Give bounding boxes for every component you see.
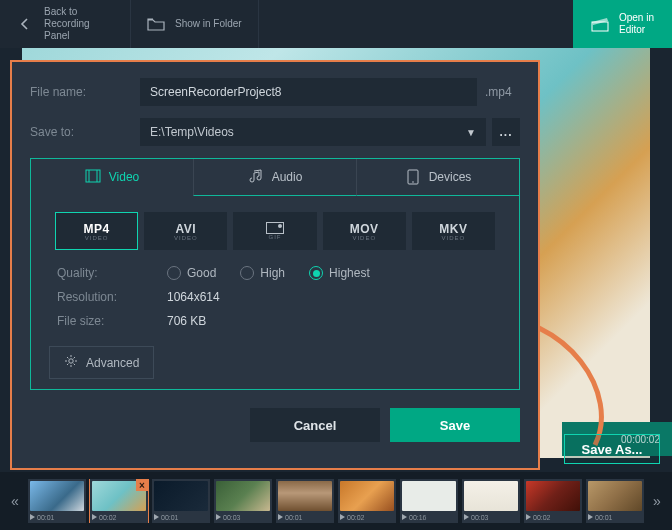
saveto-label: Save to: xyxy=(30,125,140,139)
format-mov[interactable]: MOVVIDEO xyxy=(323,212,406,250)
export-dialog: File name: .mp4 Save to: E:\Temp\Videos … xyxy=(10,60,540,470)
thumbnail-image xyxy=(464,481,518,511)
thumbnail-time: 00:01 xyxy=(37,514,55,521)
music-note-icon xyxy=(248,169,264,185)
play-icon xyxy=(588,514,593,520)
saveto-select[interactable]: E:\Temp\Videos ▼ xyxy=(140,118,486,146)
quality-label: Quality: xyxy=(57,266,167,280)
quality-high-radio[interactable]: High xyxy=(240,266,285,280)
output-tabs: Video Audio Devices xyxy=(31,159,519,196)
thumbnail-image xyxy=(588,481,642,511)
thumbnail-time: 00:16 xyxy=(409,514,427,521)
gear-icon xyxy=(64,354,78,371)
filename-input[interactable] xyxy=(140,78,477,106)
device-icon xyxy=(405,169,421,185)
tab-devices[interactable]: Devices xyxy=(356,159,519,196)
play-icon xyxy=(278,514,283,520)
thumbnail-time: 00:02 xyxy=(347,514,365,521)
thumbnail[interactable]: 00:02 xyxy=(524,479,582,523)
resolution-label: Resolution: xyxy=(57,290,167,304)
svg-point-6 xyxy=(69,359,73,363)
image-icon xyxy=(266,222,284,234)
thumbnail-image xyxy=(402,481,456,511)
show-in-folder-button[interactable]: Show in Folder xyxy=(131,0,259,48)
format-mp4[interactable]: MP4VIDEO xyxy=(55,212,138,250)
filmstrip-icon xyxy=(85,169,101,185)
quality-highest-radio[interactable]: Highest xyxy=(309,266,370,280)
filename-label: File name: xyxy=(30,85,140,99)
folder-icon xyxy=(147,15,165,33)
thumbnail-time: 00:01 xyxy=(285,514,303,521)
tab-video[interactable]: Video xyxy=(31,159,193,196)
thumbnail[interactable]: 00:03 xyxy=(462,479,520,523)
format-mkv[interactable]: MKVVIDEO xyxy=(412,212,495,250)
thumbnail-image xyxy=(526,481,580,511)
filmstrip: « 00:01×00:0200:0100:0300:0100:0200:1600… xyxy=(0,472,672,530)
thumbnail-image xyxy=(278,481,332,511)
saveto-value: E:\Temp\Videos xyxy=(150,125,234,139)
play-icon xyxy=(402,514,407,520)
thumbnail-time: 00:01 xyxy=(595,514,613,521)
thumbnail-image xyxy=(340,481,394,511)
play-icon xyxy=(340,514,345,520)
back-to-panel-button[interactable]: Back toRecording Panel xyxy=(0,0,131,48)
open-in-editor-button[interactable]: Open inEditor xyxy=(573,0,672,48)
thumbnail[interactable]: 00:16 xyxy=(400,479,458,523)
browse-button[interactable]: ... xyxy=(492,118,520,146)
format-row: MP4VIDEO AVIVIDEO GIF MOVVIDEO MKVVIDEO xyxy=(31,196,519,258)
thumbnail-time: 00:03 xyxy=(223,514,241,521)
thumbnail-time: 00:02 xyxy=(533,514,551,521)
filesize-label: File size: xyxy=(57,314,167,328)
thumbnail-image xyxy=(30,481,84,511)
thumbnail[interactable]: 00:01 xyxy=(152,479,210,523)
play-icon xyxy=(464,514,469,520)
thumbnail-time: 00:01 xyxy=(161,514,179,521)
cancel-button[interactable]: Cancel xyxy=(250,408,380,442)
thumbnail-image xyxy=(154,481,208,511)
thumbnail[interactable]: 00:01 xyxy=(28,479,86,523)
save-as-button[interactable]: Save As... xyxy=(564,434,660,464)
quality-good-radio[interactable]: Good xyxy=(167,266,216,280)
top-toolbar: Back toRecording Panel Show in Folder Op… xyxy=(0,0,672,48)
thumbnail-image xyxy=(216,481,270,511)
play-icon xyxy=(30,514,35,520)
filmstrip-prev-button[interactable]: « xyxy=(6,479,24,523)
thumbnail[interactable]: 00:02 xyxy=(338,479,396,523)
thumbnail-time: 00:03 xyxy=(471,514,489,521)
format-avi[interactable]: AVIVIDEO xyxy=(144,212,227,250)
tab-audio[interactable]: Audio xyxy=(193,159,356,196)
thumbnail[interactable]: ×00:02 xyxy=(90,479,148,523)
filmstrip-next-button[interactable]: » xyxy=(648,479,666,523)
filesize-value: 706 KB xyxy=(167,314,206,328)
play-icon xyxy=(154,514,159,520)
back-label: Back toRecording Panel xyxy=(44,6,114,42)
thumbnail[interactable]: 00:01 xyxy=(586,479,644,523)
play-icon xyxy=(526,514,531,520)
thumbnail-close-icon[interactable]: × xyxy=(136,479,148,491)
arrow-left-icon xyxy=(16,15,34,33)
svg-point-5 xyxy=(412,181,414,183)
output-tabs-box: Video Audio Devices MP4VIDEO AVIVIDEO GI… xyxy=(30,158,520,390)
resolution-value: 1064x614 xyxy=(167,290,220,304)
thumbnail[interactable]: 00:01 xyxy=(276,479,334,523)
thumbnail-list: 00:01×00:0200:0100:0300:0100:0200:1600:0… xyxy=(28,479,644,523)
play-icon xyxy=(92,514,97,520)
save-button[interactable]: Save xyxy=(390,408,520,442)
thumbnail[interactable]: 00:03 xyxy=(214,479,272,523)
show-folder-label: Show in Folder xyxy=(175,18,242,30)
chevron-down-icon: ▼ xyxy=(466,127,476,138)
svg-rect-1 xyxy=(86,170,100,182)
open-editor-label: Open inEditor xyxy=(619,12,654,36)
file-extension: .mp4 xyxy=(485,85,520,99)
play-icon xyxy=(216,514,221,520)
format-gif[interactable]: GIF xyxy=(233,212,316,250)
advanced-button[interactable]: Advanced xyxy=(49,346,154,379)
thumbnail-time: 00:02 xyxy=(99,514,117,521)
clapper-icon xyxy=(591,15,609,33)
